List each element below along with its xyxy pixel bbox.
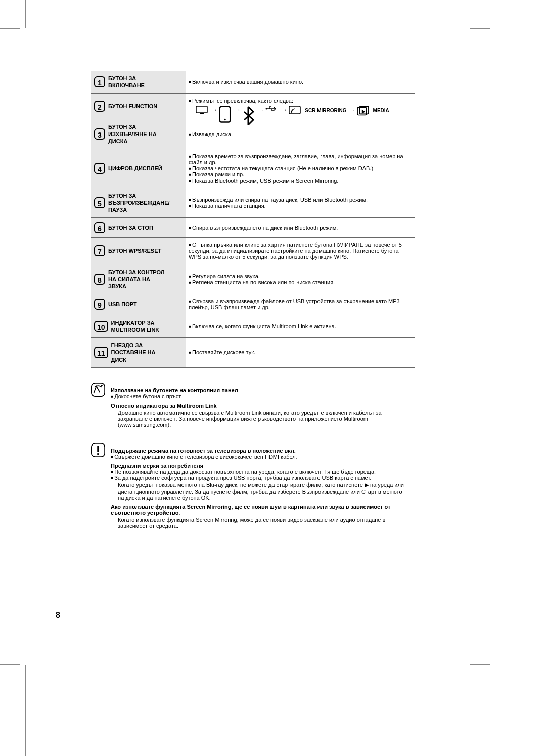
key-cell: 4ЦИФРОВ ДИСПЛЕЙ (91, 149, 186, 188)
desc-cell: Изважда диска. (186, 119, 415, 149)
key-cell: 7БУТОН WPS/RESET (91, 238, 186, 264)
key-label: БУТОН ЗА ВЪЗПРОИЗВЕЖДАНЕ/ПАУЗА (108, 192, 166, 213)
controls-table: 1БУТОН ЗА ВКЛЮЧВАНЕВключва и изключва ва… (91, 71, 415, 368)
desc-cell: Режимът се превключва, както следва:→ → … (186, 94, 415, 119)
desc-item: Свързва и възпроизвежда файлове от USB у… (189, 298, 412, 310)
desc-item: Включва и изключва вашия домашно кино. (189, 79, 412, 85)
key-number: 10 (94, 321, 108, 332)
key-label: БУТОН FUNCTION (108, 103, 157, 110)
table-row: 6БУТОН ЗА СТОПСпира възпроизвеждането на… (91, 218, 415, 238)
desc-item: Показва Bluetooth режим, USB режим и Scr… (189, 177, 412, 184)
key-number: 5 (94, 197, 105, 208)
crop-mark (470, 664, 490, 665)
desc-item: Включва се, когато функцията Multiroom L… (189, 323, 412, 329)
desc-item: Реглена станцията на по-висока или по-ни… (189, 279, 412, 285)
svg-rect-1 (200, 113, 204, 114)
desc-cell: Спира възпроизвеждането на диск или Blue… (186, 218, 415, 238)
table-row: 9USB ПОРТСвързва и възпроизвежда файлове… (91, 294, 415, 315)
table-row: 11ГНЕЗДО ЗА ПОСТАВЯНЕ НА ДИСКПоставяйте … (91, 338, 415, 368)
key-cell: 6БУТОН ЗА СТОП (91, 218, 186, 238)
svg-rect-11 (97, 453, 99, 455)
key-number: 3 (94, 128, 105, 140)
caution-icon (91, 443, 105, 457)
desc-item: Показва рамки и пр. (189, 171, 412, 177)
desc-cell: Свързва и възпроизвежда файлове от USB у… (186, 294, 415, 315)
page-number: 8 (56, 611, 60, 620)
desc-item: Показва времето за възпроизвеждане, загл… (189, 153, 412, 165)
caution-heading-2: Предпазни мерки за потребителя (111, 463, 409, 469)
desc-item: Регулира силата на звука. (189, 273, 412, 279)
desc-cell: Поставяйте дискове тук. (186, 338, 415, 368)
key-number: 2 (94, 101, 105, 112)
key-number: 9 (94, 299, 105, 310)
table-row: 2БУТОН FUNCTIONРежимът се превключва, ка… (91, 94, 415, 119)
table-row: 5БУТОН ЗА ВЪЗПРОИЗВЕЖДАНЕ/ПАУЗАВъзпроизв… (91, 188, 415, 218)
caution-bullet-2a: Не позволявайте на деца да докосват повъ… (111, 469, 409, 475)
key-cell: 8БУТОН ЗА КОНТРОЛ НА СИЛАТА НА ЗВУКА (91, 264, 186, 294)
desc-item: Поставяйте дискове тук. (189, 349, 412, 355)
usb-icon (265, 106, 278, 115)
desc-item: Спира възпроизвеждането на диск или Blue… (189, 225, 412, 231)
key-number: 11 (94, 347, 108, 358)
key-cell: 11ГНЕЗДО ЗА ПОСТАВЯНЕ НА ДИСК (91, 338, 186, 368)
phone-icon (219, 106, 231, 115)
caution-block: Поддържане режима на готовност за телеви… (91, 443, 415, 529)
mode-icon-row: → → → → SCR MIRRORING→ MEDIA (196, 106, 412, 115)
mode-label: MEDIA (373, 108, 389, 113)
key-label: БУТОН ЗА ВКЛЮЧВАНЕ (108, 75, 166, 89)
key-number: 6 (94, 222, 105, 233)
svg-point-4 (266, 108, 267, 110)
desc-cell: Включва и изключва вашия домашно кино. (186, 71, 415, 94)
caution-bullet-1: Свържете домашно кино с телевизора с вис… (111, 454, 409, 460)
mode-label: SCR MIRRORING (305, 108, 346, 113)
svg-point-3 (224, 119, 225, 120)
key-label: БУТОН ЗА КОНТРОЛ НА СИЛАТА НА ЗВУКА (108, 269, 166, 290)
key-number: 8 (94, 274, 105, 285)
media-icon (357, 106, 369, 115)
key-label: ЦИФРОВ ДИСПЛЕЙ (108, 165, 162, 172)
desc-cell: Възпроизвежда или спира на пауза диск, U… (186, 188, 415, 218)
caution-text-3: Когато уредът показва менюто на Blu-ray … (118, 482, 409, 501)
key-cell: 3БУТОН ЗА ИЗХВЪРЛЯНЕ НА ДИСКА (91, 119, 186, 149)
caution-bullet-2b: За да надстроите софтуера на продукта пр… (111, 475, 409, 481)
key-label: USB ПОРТ (108, 301, 137, 308)
key-label: БУТОН ЗА ИЗХВЪРЛЯНЕ НА ДИСКА (108, 123, 166, 145)
svg-rect-0 (196, 106, 207, 113)
note-icon (91, 383, 105, 397)
crop-mark (470, 0, 470, 28)
desc-cell: Включва се, когато функцията Multiroom L… (186, 315, 415, 338)
crop-mark (470, 28, 490, 29)
key-cell: 1БУТОН ЗА ВКЛЮЧВАНЕ (91, 71, 186, 94)
desc-cell: С тънка пръчка или клипс за хартия натис… (186, 238, 415, 264)
table-row: 4ЦИФРОВ ДИСПЛЕЙПоказва времето за възпро… (91, 149, 415, 188)
table-row: 8БУТОН ЗА КОНТРОЛ НА СИЛАТА НА ЗВУКАРегу… (91, 264, 415, 294)
caution-text-4: Когато използвате функцията Screen Mirro… (118, 517, 409, 529)
desc-item: Изважда диска. (189, 131, 412, 137)
page: 1БУТОН ЗА ВКЛЮЧВАНЕВключва и изключва ва… (0, 0, 546, 756)
bluetooth-icon (242, 106, 254, 115)
caution-heading-3: Ако използвате функцията Screen Mirrorin… (111, 504, 409, 516)
desc-cell: Регулира силата на звука.Реглена станция… (186, 264, 415, 294)
key-label: БУТОН ЗА СТОП (108, 224, 153, 231)
note-heading-1: Използване на бутоните на контролния пан… (111, 387, 409, 393)
key-label: БУТОН WPS/RESET (108, 247, 161, 254)
svg-rect-10 (97, 446, 99, 452)
key-label: ИНДИКАТОР ЗА MULTIROOM LINK (111, 319, 169, 333)
key-cell: 2БУТОН FUNCTION (91, 94, 186, 119)
table-row: 10ИНДИКАТОР ЗА MULTIROOM LINKВключва се,… (91, 315, 415, 338)
desc-item: С тънка пръчка или клипс за хартия натис… (189, 242, 412, 260)
crop-mark (25, 0, 26, 28)
crop-mark (0, 664, 20, 665)
key-number: 4 (94, 163, 105, 174)
crop-mark (0, 28, 20, 29)
table-row: 7БУТОН WPS/RESETС тънка пръчка или клипс… (91, 238, 415, 264)
table-row: 1БУТОН ЗА ВКЛЮЧВАНЕВключва и изключва ва… (91, 71, 415, 94)
note-heading-2: Относно индикатора за Multiroom Link (111, 403, 409, 409)
desc-item: Показва честотата на текущата станция (Н… (189, 165, 412, 171)
desc-item: Показва наличната станция. (189, 203, 412, 209)
key-number: 1 (94, 76, 105, 87)
content-area: 1БУТОН ЗА ВКЛЮЧВАНЕВключва и изключва ва… (91, 71, 415, 529)
note-block: Използване на бутоните на контролния пан… (91, 383, 415, 428)
key-cell: 9USB ПОРТ (91, 294, 186, 315)
caution-heading-1: Поддържане режима на готовност за телеви… (111, 448, 409, 454)
